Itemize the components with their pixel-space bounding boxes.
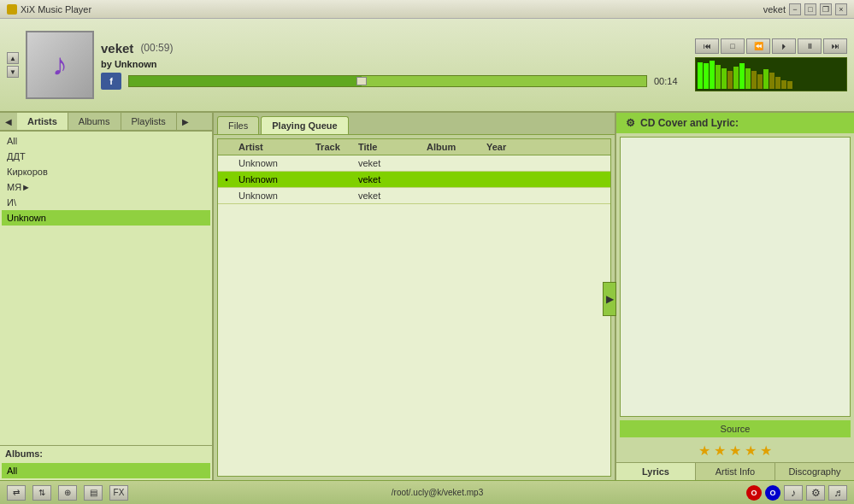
sidebar-artist-list: All ДДТ Киркоров МЯ► И\ Unknown [0,132,212,445]
table-row[interactable]: • Unknown veket [218,172,610,188]
cd-icon: ⚙ [623,116,637,130]
status-icon-1[interactable]: ♪ [784,485,803,501]
status-btn-4[interactable]: ▤ [84,485,103,501]
progress-fill [129,76,362,86]
username-label: veket [763,4,786,15]
nav-down-button[interactable]: ▼ [7,66,19,78]
table-row[interactable]: Unknown veket [218,188,610,204]
maximize-button[interactable]: □ [804,3,816,15]
tab-files[interactable]: Files [217,116,259,134]
track-info: veket (00:59) by Unknown f 00:14 [101,41,688,90]
row3-indicator [218,188,235,203]
row1-year [483,155,526,171]
next-button[interactable]: ⏭ [823,38,847,54]
row2-indicator: • [218,172,235,187]
table-row[interactable]: Unknown veket [218,155,610,172]
row1-album [423,155,483,171]
track-duration: (00:59) [140,42,173,54]
pause-button[interactable]: ⏸ [798,38,822,54]
star-5[interactable]: ★ [760,442,772,459]
star-4[interactable]: ★ [745,442,757,459]
progress-handle[interactable] [356,77,367,85]
status-btn-2[interactable]: ⇅ [32,485,51,501]
cd-bottom-tabs: Lyrics Artist Info Discography [616,462,854,480]
status-circle-red[interactable]: O [746,485,762,501]
row3-artist: Unknown [235,188,312,203]
row2-title: veket [355,172,423,187]
sidebar: ◀ Artists Albums Playlists ▶ All ДДТ Кир… [0,113,214,480]
status-fx-button[interactable]: FX [109,485,128,501]
row3-year [483,188,526,203]
star-2[interactable]: ★ [714,442,726,459]
col-year-header: Year [483,139,526,155]
equalizer [695,57,847,91]
sidebar-tab-prev[interactable]: ◀ [0,113,17,130]
row1-title: veket [355,155,423,171]
track-artist: by Unknown [101,59,688,69]
progress-bar[interactable] [128,75,647,87]
status-icon-3[interactable]: ♬ [828,485,847,501]
album-item-all[interactable]: All [2,463,210,478]
col-track-header: Track [312,139,355,155]
minimize-button[interactable]: − [789,3,801,15]
row2-track [312,172,355,187]
cd-tab-artist-info[interactable]: Artist Info [696,463,775,480]
cd-tab-lyrics[interactable]: Lyrics [616,463,696,480]
main-panel: Files Playing Queue Artist Track Title A… [214,113,615,480]
top-bar: ▲ ▼ ♪ veket (00:59) by Unknown f 00:14 [0,19,854,113]
status-bar: ⇄ ⇅ ⊕ ▤ FX /root/.ucly@k/veket.mp3 O O ♪… [0,480,854,504]
artist-name: Unknown [115,59,157,69]
cd-tab-discography[interactable]: Discography [775,463,854,480]
cd-cover-area [620,137,851,417]
facebook-button[interactable]: f [101,73,121,90]
col-artist-header: Artist [235,139,312,155]
albums-list: All [0,461,212,480]
row3-title: veket [355,188,423,203]
sidebar-item-all[interactable]: All [2,133,210,149]
close-button[interactable]: × [835,3,847,15]
sidebar-tab-artists[interactable]: Artists [17,113,68,130]
title-bar: XiX Music Player veket − □ ❐ × [0,0,854,19]
main-container: ▲ ▼ ♪ veket (00:59) by Unknown f 00:14 [0,19,854,504]
nav-up-button[interactable]: ▲ [7,52,19,64]
col-title-header: Title [355,139,423,155]
star-1[interactable]: ★ [698,442,710,459]
status-btn-3[interactable]: ⊕ [58,485,77,501]
restore-button[interactable]: ❐ [820,3,832,15]
play-button[interactable]: ⏵ [772,38,796,54]
sidebar-item-kirkorov[interactable]: Киркоров [2,164,210,179]
cd-panel: ⚙ CD Cover and Lyric: Source ★ ★ ★ ★ ★ L… [615,113,854,480]
collapse-panel-button[interactable]: ▶ [603,282,616,316]
status-icon-2[interactable]: ⚙ [806,485,825,501]
row2-album [423,172,483,187]
col-check-header [218,139,235,155]
status-circle-blue[interactable]: O [765,485,780,501]
cd-source-label: Source [620,420,851,437]
sidebar-item-i[interactable]: И\ [2,195,210,210]
title-bar-left: XiX Music Player [7,4,91,15]
sidebar-tab-playlists[interactable]: Playlists [121,113,177,130]
row1-indicator [218,155,235,171]
content-area: ◀ Artists Albums Playlists ▶ All ДДТ Кир… [0,113,854,480]
prev-track-button[interactable]: ⏮ [695,38,719,54]
row1-track [312,155,355,171]
album-art: ♪ [26,31,94,99]
star-3[interactable]: ★ [729,442,741,459]
tab-playing-queue[interactable]: Playing Queue [261,116,348,134]
sidebar-item-mya[interactable]: МЯ► [2,179,210,195]
sidebar-item-ddt[interactable]: ДДТ [2,149,210,164]
app-icon [7,4,17,15]
sidebar-item-unknown[interactable]: Unknown [2,210,210,226]
albums-section: Albums: All [0,445,212,480]
row3-album [423,188,483,203]
status-btn-1[interactable]: ⇄ [7,485,26,501]
prev-button[interactable]: ⏪ [746,38,770,54]
stop-button[interactable]: □ [721,38,745,54]
sidebar-tab-next[interactable]: ▶ [177,113,194,130]
sidebar-tab-albums[interactable]: Albums [68,113,121,130]
track-name-row: veket (00:59) [101,41,688,56]
app-title: XiX Music Player [21,4,91,15]
col-album-header: Album [423,139,483,155]
row2-artist: Unknown [235,172,312,187]
status-right-controls: O O ♪ ⚙ ♬ [746,485,847,501]
